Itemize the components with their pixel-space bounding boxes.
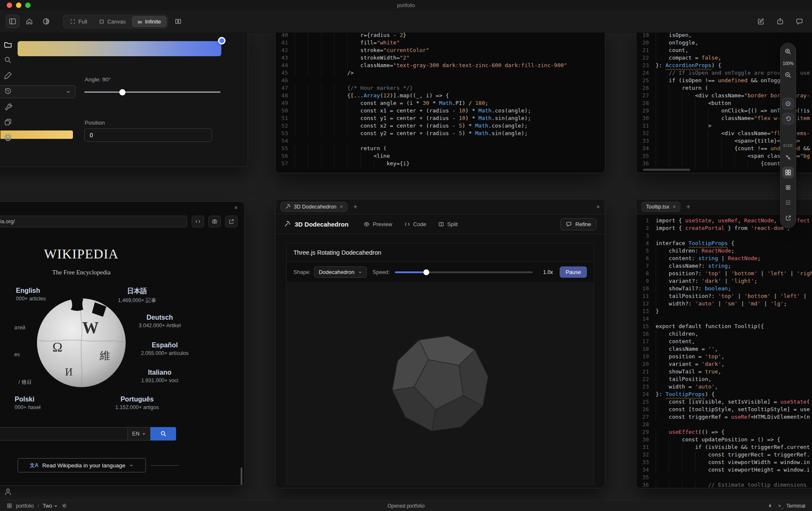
- view-mode-full[interactable]: Full: [65, 16, 93, 27]
- breadcrumb-project[interactable]: portfolio: [16, 503, 34, 509]
- three-js-viewport[interactable]: [287, 283, 594, 484]
- zoom-in-button[interactable]: [781, 44, 796, 59]
- language-link[interactable]: Deutsch 3.042.000+ Artikel: [139, 314, 181, 328]
- tooltip-code-editor[interactable]: 1import { useState, useRef, ReactNode, u…: [636, 214, 812, 488]
- pause-button[interactable]: Pause: [560, 266, 587, 278]
- compose-button[interactable]: [754, 15, 768, 28]
- tab-3d-dodecahedron[interactable]: 3D Dodecahedron ×: [280, 202, 348, 212]
- dodecahedron-window[interactable]: 3D Dodecahedron × + × 3D Dodecahedron Pr…: [275, 199, 605, 488]
- grid-large-slot: [781, 165, 796, 180]
- wikipedia-window-header[interactable]: ×: [0, 202, 244, 214]
- zoom-out-button[interactable]: [781, 68, 796, 83]
- language-count-fragment: / 條目: [18, 379, 32, 386]
- preview-toggle-button[interactable]: Preview: [359, 219, 396, 230]
- refine-button[interactable]: Refine: [560, 218, 597, 230]
- split-toggle-button[interactable]: Split: [434, 219, 462, 230]
- files-rail-button[interactable]: [4, 40, 12, 49]
- new-tab-button[interactable]: +: [686, 203, 690, 210]
- apps-grid-icon[interactable]: [7, 503, 12, 508]
- position-input[interactable]: [84, 128, 212, 142]
- lightning-icon[interactable]: [768, 503, 773, 508]
- tab-close-icon[interactable]: ×: [340, 204, 343, 209]
- view-source-button[interactable]: [192, 216, 204, 227]
- language-name[interactable]: English: [16, 287, 46, 295]
- language-name[interactable]: Deutsch: [139, 314, 181, 321]
- close-window-button[interactable]: [7, 3, 12, 8]
- settings-gear-icon[interactable]: [62, 503, 67, 508]
- sidebar-toggle-button[interactable]: [6, 15, 19, 28]
- home-button[interactable]: [23, 15, 36, 28]
- tab-close-icon[interactable]: ×: [673, 204, 676, 209]
- gradient-editor-panel[interactable]: Angle: 90° Position: [0, 33, 248, 167]
- language-link[interactable]: Polski 000+ haseł: [15, 396, 41, 410]
- terminal-toggle[interactable]: >_ Terminal: [778, 503, 805, 509]
- horizontal-scrollbar[interactable]: [643, 169, 690, 171]
- speed-slider-thumb[interactable]: [423, 269, 429, 275]
- clock-code-editor[interactable]: 40 r={radius - 2}41 fill="white"42 strok…: [275, 33, 605, 170]
- layout-columns-button[interactable]: [171, 15, 185, 28]
- chat-button[interactable]: [793, 15, 806, 28]
- grid-dots-button[interactable]: [781, 195, 796, 210]
- search-rail-button[interactable]: [4, 56, 12, 64]
- wikipedia-search-input[interactable]: [0, 427, 127, 441]
- language-link[interactable]: Português 1.152.000+ artigos: [115, 396, 159, 410]
- status-message: Opened portfolio: [387, 503, 425, 509]
- collapse-icon: [785, 154, 791, 161]
- language-link[interactable]: English 000+ articles: [16, 287, 46, 302]
- screenshot-button[interactable]: [208, 216, 221, 227]
- export-button[interactable]: [773, 15, 787, 28]
- language-name[interactable]: Español: [141, 342, 189, 349]
- shape-select[interactable]: Dodecahedron: [314, 266, 366, 278]
- open-external-button[interactable]: [225, 216, 238, 227]
- search-language-selector[interactable]: EN: [127, 427, 150, 441]
- recenter-button[interactable]: [782, 98, 794, 110]
- read-in-language-button[interactable]: 文A Read Wikipedia in your language: [18, 458, 146, 472]
- fit-to-view-button[interactable]: [781, 150, 796, 165]
- language-link[interactable]: 日本語 1,469,000+ 記事: [118, 287, 156, 304]
- close-icon[interactable]: ×: [234, 204, 238, 211]
- maximize-window-button[interactable]: [25, 3, 31, 8]
- view-mode-infinite[interactable]: ∞ Infinite: [132, 16, 166, 27]
- minimize-window-button[interactable]: [16, 3, 21, 8]
- grid-layout-button[interactable]: [782, 167, 794, 178]
- angle-slider[interactable]: [84, 91, 221, 93]
- layers-rail-button[interactable]: [4, 118, 12, 126]
- canvas-view-label: Canvas: [107, 18, 126, 25]
- language-name[interactable]: Italiano: [141, 369, 179, 376]
- gradient-stop-handle[interactable]: [218, 37, 226, 44]
- language-count-fragment: атей: [14, 325, 25, 331]
- breadcrumb-page-selector[interactable]: Two: [43, 503, 58, 509]
- language-link[interactable]: Italiano 1.931.000+ voci: [141, 369, 179, 383]
- theme-button[interactable]: [39, 15, 53, 28]
- gradient-preview-bar[interactable]: [18, 41, 221, 56]
- new-tab-button[interactable]: +: [353, 203, 357, 210]
- url-input[interactable]: [0, 216, 187, 227]
- reset-rotation-button[interactable]: [782, 113, 794, 125]
- wikipedia-search-button[interactable]: [150, 427, 176, 441]
- tools-rail-button[interactable]: [4, 102, 12, 111]
- dodecahedron-tabbar[interactable]: 3D Dodecahedron × + ×: [275, 199, 605, 214]
- language-name[interactable]: Português: [115, 396, 159, 403]
- open-external-button[interactable]: [781, 210, 796, 225]
- tooltip-code-window[interactable]: Tooltip.tsx × + 1import { useState, useR…: [636, 199, 812, 488]
- account-button[interactable]: [4, 488, 12, 496]
- language-name[interactable]: 日本語: [118, 287, 156, 296]
- language-link[interactable]: Español 2.055.000+ artículos: [141, 342, 189, 356]
- svg-text:維: 維: [99, 349, 110, 361]
- angle-slider-thumb[interactable]: [119, 89, 126, 95]
- history-rail-button[interactable]: [4, 87, 12, 95]
- code-toggle-button[interactable]: Code: [400, 219, 431, 230]
- pen-rail-button[interactable]: [4, 71, 12, 80]
- infinite-canvas[interactable]: Angle: 90° Position 40 r={radius - 2}41 …: [0, 33, 812, 500]
- wikipedia-tagline: The Free Encyclopedia: [52, 269, 110, 276]
- grid-medium-button[interactable]: [781, 180, 796, 195]
- clock-code-window[interactable]: 40 r={radius - 2}41 fill="white"42 strok…: [275, 33, 605, 173]
- close-window-icon[interactable]: ×: [597, 203, 600, 210]
- wikipedia-window[interactable]: × WIKIPEDIA The Free Encyclopedia: [0, 201, 245, 486]
- tab-tooltip-tsx[interactable]: Tooltip.tsx ×: [641, 202, 680, 212]
- vertical-scrollbar[interactable]: [241, 467, 242, 485]
- language-name[interactable]: Polski: [15, 396, 41, 403]
- speed-slider[interactable]: [395, 271, 533, 273]
- globe-rail-button[interactable]: [4, 133, 12, 142]
- view-mode-canvas[interactable]: Canvas: [93, 16, 131, 27]
